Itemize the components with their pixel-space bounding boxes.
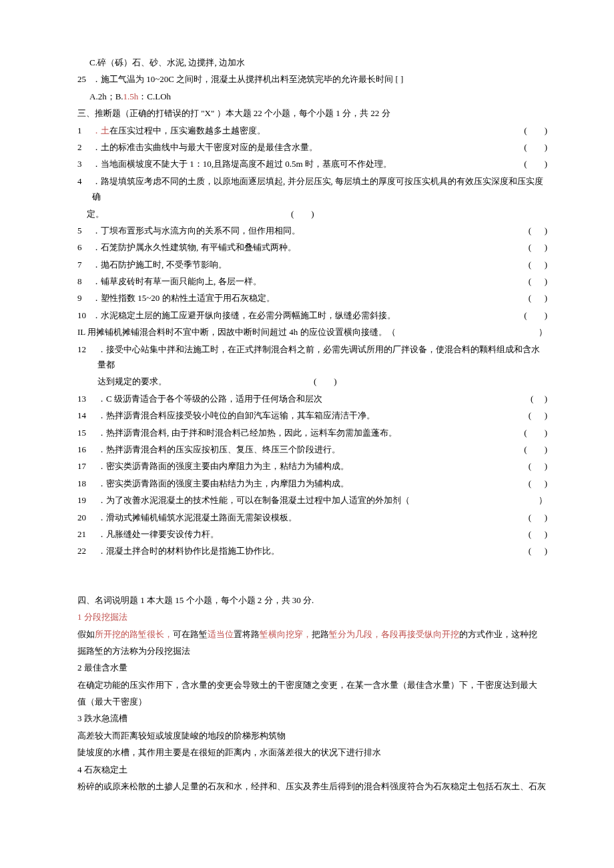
term-3-title: 3 跌水急流槽 [67,711,547,726]
term-2-title: 2 最佳含水量 [67,660,547,675]
judge-5: 5 ．丁坝布置形式与水流方向的关系不同，但作用相同。 ( ) [67,223,547,238]
j12-text: ．接受中心站集中拌和法施工时，在正式拌制混合料之前，必需先调试所用的厂拌设备，使… [97,342,547,373]
j9-paren: ( ) [529,290,547,306]
judge-9: 9 ．塑性指数 15~20 的粘性土适宜于用石灰稳定。 ( ) [67,290,547,306]
j4-text2: 定。 [87,206,104,222]
judge-19: 19 ．为了改善水泥混凝土的技术性能，可以在制备混凝土过程中加人适宜的外加剂（ … [67,492,547,508]
term-3-body: 高差较大而距离较短或坡度陡峻的地段的阶梯形构筑物 [67,728,547,743]
judge-8: 8 ．铺草皮砖时有草一面只能向上, 各层一样。 ( ) [67,274,547,289]
j17-text: ．密实类沥青路面的强度主要由内摩阻力为主，粘结力为辅构成。 [97,458,349,474]
j15-paren: ( ) [524,425,547,440]
term-1-body2: 掘路堑的方法称为分段挖掘法 [67,643,547,659]
j2-paren: ( ) [524,139,547,155]
j19-num: 19 [77,492,97,508]
term-1-title: 1 分段挖掘法 [67,609,547,624]
j2-text: ．土的标准击实曲线中与最大干密度对应的是最佳含水量。 [92,139,318,155]
judge-17: 17 ．密实类沥青路面的强度主要由内摩阻力为主，粘结力为辅构成。 ( ) [67,458,547,474]
judge-15: 15 ．热拌沥青混合料, 由于拌和时混合料己经加热，因此，运料车勿需加盖蓬布。 … [67,425,547,440]
j22-paren: ( ) [529,543,547,558]
section-3-heading: 三、推断题（正确的打错误的打 "X" ）本大题 22 个小题，每个小题 1 分，… [67,105,547,121]
j7-text: ．抛石防护施工时, 不受季节影响。 [92,257,227,272]
q25-options: A.2h；B.1.5h：C.LOh [67,89,547,104]
j12-paren: ( ) [314,374,337,389]
j16-paren: ( ) [524,442,547,457]
j2-num: 2 [77,139,92,155]
judge-21: 21 ．凡胀缝处一律要安设传力杆。 ( ) [67,526,547,542]
j16-num: 16 [77,442,97,457]
judge-11: IL 用摊铺机摊铺混合料时不宜中断，因故中断时间超过 4h 的应位设置横向接缝。… [67,324,547,340]
q25-opt-b: 1.5h [123,91,139,101]
j10-paren: ( ) [524,308,547,323]
judge-18: 18 ．密实类沥青路面的强度主要由粘结力为主，内摩阻力为辅构成。 ( ) [67,476,547,491]
judge-10: 10 ．水泥稳定土层的施工应避开纵向接缝，在必需分两幅施工时，纵缝必需斜接。 (… [67,308,547,323]
j17-paren: ( ) [529,458,547,474]
j6-num: 6 [77,240,92,255]
j19-text: ．为了改善水泥混凝土的技术性能，可以在制备混凝土过程中加人适宜的外加剂（ [97,492,410,508]
j8-paren: ( ) [529,274,547,289]
j7-paren: ( ) [529,257,547,272]
j22-text: ．混凝土拌合时的材料协作比是指施工协作比。 [97,543,280,558]
option-c: C.碎（砾）石、砂、水泥, 边搅拌, 边加水 [67,55,547,70]
j15-num: 15 [77,425,97,440]
j21-paren: ( ) [529,526,547,542]
j6-paren: ( ) [529,240,547,255]
j15-text: ．热拌沥青混合料, 由于拌和时混合料己经加热，因此，运料车勿需加盖蓬布。 [97,425,397,440]
j4-text: ．路堤填筑应考虑不同的土质，以原地面逐层填起, 并分层压实, 每层填土的厚度可按… [92,173,547,205]
j16-text: ．热拌沥青混合料的压实应按初压、复压、终压三个阶段进行。 [97,442,340,457]
section-4-heading: 四、名词说明题 1 本大题 15 个小题，每个小题 2 分，共 30 分. [67,592,547,608]
judge-4: 4 ．路堤填筑应考虑不同的土质，以原地面逐层填起, 并分层压实, 每层填土的厚度… [67,173,547,205]
judge-14: 14 ．热拌沥青混合料应接受较小吨位的自卸汽车运输，其车箱应清洁干净。 ( ) [67,408,547,423]
j5-num: 5 [77,223,92,238]
judge-4-cont: 定。 ( ) [67,206,547,222]
j12-text2: 达到规定的要求。 [97,374,167,389]
term-4-body: 粉碎的或原来松散的土掺人足量的石灰和水，经拌和、压实及养生后得到的混合料强度符合… [67,779,547,794]
j5-paren: ( ) [529,223,547,238]
j1-text: ．土在压实过程中，压实遍数越多土越密度。 [92,123,266,138]
j21-text: ．凡胀缝处一律要安设传力杆。 [97,526,219,542]
j9-text: ．塑性指数 15~20 的粘性土适宜于用石灰稳定。 [92,290,275,306]
j11-text: IL 用摊铺机摊铺混合料时不宜中断，因故中断时间超过 4h 的应位设置横向接缝。… [77,324,396,340]
judge-12: 12 ．接受中心站集中拌和法施工时，在正式拌制混合料之前，必需先调试所用的厂拌设… [67,342,547,373]
j10-num: 10 [77,308,92,323]
j4-paren: ( ) [291,206,314,222]
j6-text: ．石笼防护属永久性建筑物, 有平铺式和叠铺式两种。 [92,240,296,255]
section-3-text: 三、推断题（正确的打错误的打 "X" ）本大题 22 个小题，每个小题 1 分，… [77,108,390,118]
judge-7: 7 ．抛石防护施工时, 不受季节影响。 ( ) [67,257,547,272]
judge-16: 16 ．热拌沥青混合料的压实应按初压、复压、终压三个阶段进行。 ( ) [67,442,547,457]
j14-text: ．热拌沥青混合料应接受较小吨位的自卸汽车运输，其车箱应清洁干净。 [97,408,375,423]
term-3-body2: 陡坡度的水槽，其作用主要是在很短的距离内，水面落差很大的状况下进行排水 [67,745,547,760]
j13-paren: ( ) [531,391,547,406]
term-1-body: 假如所开挖的路堑很长，可在路堑适当位置将路堑横向挖穿，把路堑分为几段，各段再接受… [67,626,547,642]
q25-opt-c: ：C.LOh [138,91,171,101]
judge-6: 6 ．石笼防护属永久性建筑物, 有平铺式和叠铺式两种。 ( ) [67,240,547,255]
j5-text: ．丁坝布置形式与水流方向的关系不同，但作用相同。 [92,223,300,238]
judge-20: 20 ．滑动式摊铺机铺筑水泥混凝土路面无需架设模板。 ( ) [67,510,547,525]
judge-1: 1 ．土在压实过程中，压实遍数越多土越密度。 ( ) [67,123,547,138]
j4-num: 4 [77,173,92,189]
j13-num: 13 [77,391,97,406]
j12-num: 12 [77,342,97,357]
j22-num: 22 [77,543,97,558]
q25-number: 25 [77,71,92,87]
j3-num: 3 [77,156,92,171]
j9-num: 9 [77,290,92,306]
judge-3: 3 ．当地面横坡度不陡大于 1：10,且路堤高度不超过 0.5m 时，基底可不作… [67,156,547,171]
j8-text: ．铺草皮砖时有草一面只能向上, 各层一样。 [92,274,262,289]
j3-paren: ( ) [524,156,547,171]
j11-paren: ） [539,324,547,340]
j20-text: ．滑动式摊铺机铺筑水泥混凝土路面无需架设模板。 [97,510,297,525]
section-4-text: 四、名词说明题 1 本大题 15 个小题，每个小题 2 分，共 30 分. [77,595,314,605]
j3-text: ．当地面横坡度不陡大于 1：10,且路堤高度不超过 0.5m 时，基底可不作处理… [92,156,392,171]
j10-text: ．水泥稳定土层的施工应避开纵向接缝，在必需分两幅施工时，纵缝必需斜接。 [92,308,396,323]
j19-paren: ） [539,492,547,508]
judge-22: 22 ．混凝土拌合时的材料协作比是指施工协作比。 ( ) [67,543,547,558]
j14-num: 14 [77,408,97,423]
j21-num: 21 [77,526,97,542]
term-4-title: 4 石灰稳定土 [67,762,547,777]
option-c-text: C.碎（砾）石、砂、水泥, 边搅拌, 边加水 [89,57,245,67]
j14-paren: ( ) [529,408,547,423]
j13-text: ．C 级沥青适合于各个等级的公路，适用于任何场合和层次 [97,391,322,406]
term-2-body2: 值（最大干密度） [67,694,547,709]
j18-paren: ( ) [529,476,547,491]
term-2-body: 在确定功能的压实作用下，含水量的变更会导致土的干密度随之变更，在某一含水量（最佳… [67,677,547,693]
